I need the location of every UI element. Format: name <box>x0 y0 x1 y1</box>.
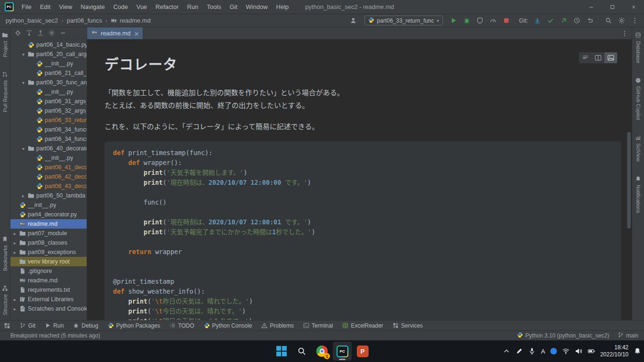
git-branch-widget[interactable]: main <box>618 332 638 339</box>
tool-stripe-project[interactable]: Project <box>2 32 8 57</box>
volume-icon[interactable] <box>575 347 582 355</box>
tool-window-terminal[interactable]: Terminal <box>298 321 338 331</box>
chevron-right-icon[interactable]: ▸ <box>12 240 17 246</box>
close-button[interactable] <box>623 0 644 14</box>
tree-file-requirements-txt[interactable]: requirements.txt <box>10 285 87 295</box>
menu-refactor[interactable]: Refactor <box>151 0 183 14</box>
tree-folder-part06-20-call-args-kwa[interactable]: ▾part06_20_call_args_kwa <box>10 49 87 59</box>
clock[interactable]: 18:42 2022/10/10 <box>600 344 628 358</box>
tree-file-init-py[interactable]: __init__.py <box>10 200 87 210</box>
push-button[interactable] <box>558 16 569 26</box>
tool-window-run[interactable]: Run <box>40 321 68 331</box>
history-button[interactable] <box>571 16 582 26</box>
tree-folder-part06-30-func-args-an[interactable]: ▾part06_30_func_args_an <box>10 78 87 87</box>
tab-readme-md[interactable]: readme.md <box>87 27 143 39</box>
tree-file-part06-34-funcs-in[interactable]: part06_34_funcs_in_ <box>10 125 87 134</box>
menu-tools[interactable]: Tools <box>202 0 225 14</box>
tool-stripe-database[interactable]: Database <box>635 32 641 63</box>
collapse-all-button[interactable] <box>37 30 44 36</box>
editor-scrollbar[interactable] <box>627 132 631 229</box>
breadcrumb-item-part06-funcs[interactable]: part06_funcs <box>67 17 102 24</box>
tool-stripe-bookmarks[interactable]: Bookmarks <box>2 236 8 271</box>
debug-button[interactable] <box>461 16 473 26</box>
search-taskbar-button[interactable] <box>292 342 311 361</box>
chevron-right-icon[interactable]: ▸ <box>12 306 17 312</box>
minimize-button[interactable] <box>580 0 602 14</box>
tool-stripe-sciview[interactable]: SciView <box>635 134 641 162</box>
python-interpreter-widget[interactable]: Python 3.10 (python_basic_sec2) <box>517 332 609 339</box>
tree-folder-part07-module[interactable]: ▸part07_module <box>10 229 87 238</box>
tool-window-debug[interactable]: Debug <box>68 321 103 331</box>
tree-folder-part08-classes[interactable]: ▸part08_classes <box>10 238 87 247</box>
tool-stripe-notifications[interactable]: Notifications <box>635 176 641 213</box>
tool-window-python-console[interactable]: Python Console <box>199 321 257 331</box>
menu-git[interactable]: Git <box>225 0 242 14</box>
more-options-button[interactable] <box>629 16 640 26</box>
chevron-up-icon[interactable] <box>503 347 510 355</box>
start-taskbar-button[interactable] <box>272 342 291 361</box>
settings-button[interactable] <box>616 16 627 26</box>
tool-window-python-packages[interactable]: Python Packages <box>103 321 165 331</box>
tool-stripe-pull-requests[interactable]: Pull Requests <box>2 71 8 112</box>
menu-window[interactable]: Window <box>242 0 272 14</box>
tree-folder-part06-50-lambda[interactable]: ▸part06_50_lambda <box>10 191 87 200</box>
chevron-right-icon[interactable]: ▸ <box>12 250 17 255</box>
tree-file-part06-41-deco-den[interactable]: part06_41_deco_den <box>10 163 87 172</box>
tree-file-init-py[interactable]: __init__.py <box>10 59 87 68</box>
commit-button[interactable] <box>545 16 556 26</box>
close-tab-icon[interactable] <box>133 31 138 36</box>
search-everywhere-button[interactable] <box>603 16 614 26</box>
tree-file-external-libraries[interactable]: ▸External Libraries <box>10 295 87 304</box>
maximize-button[interactable] <box>602 0 623 14</box>
hide-project-panel-button[interactable] <box>60 30 66 36</box>
tree-folder-venv-library-root[interactable]: venv library root <box>10 257 87 266</box>
collaborate-button[interactable] <box>348 16 359 26</box>
pen-icon[interactable] <box>515 347 523 355</box>
expand-all-button[interactable] <box>26 30 32 36</box>
chevron-right-icon[interactable]: ▸ <box>12 231 17 236</box>
rollback-button[interactable] <box>584 16 596 26</box>
stop-button[interactable] <box>501 16 512 26</box>
breadcrumb-item-python-basic-sec2[interactable]: python_basic_sec2 <box>6 17 58 24</box>
tool-stripe-structure[interactable]: Structure <box>2 285 8 315</box>
tray-app-icon[interactable] <box>550 348 557 354</box>
tree-file-init-py[interactable]: __init__.py <box>10 153 87 163</box>
menu-run[interactable]: Run <box>183 0 203 14</box>
tool-window-problems[interactable]: Problems <box>257 321 298 331</box>
mic-icon[interactable] <box>528 347 536 355</box>
tree-file-part06-14-basic-py[interactable]: part06_14_basic.py <box>10 40 87 49</box>
update-project-button[interactable] <box>531 16 543 26</box>
tool-window-switcher-icon[interactable] <box>4 322 10 329</box>
tree-file-init-py[interactable]: __init__.py <box>10 87 87 97</box>
wifi-icon[interactable] <box>562 347 570 355</box>
tree-file-scratches-and-consoles[interactable]: ▸Scratches and Consoles <box>10 304 87 313</box>
tree-file-part06-43-deco-den[interactable]: part06_43_deco_den <box>10 181 87 191</box>
show-editor-and-preview-button[interactable] <box>592 52 604 63</box>
run-with-coverage-button[interactable] <box>475 16 486 26</box>
tree-file-part06-42-deco-den[interactable]: part06_42_deco_den <box>10 172 87 181</box>
tree-file-readme-md[interactable]: readme.md <box>10 219 87 229</box>
run-button[interactable] <box>448 16 459 26</box>
ime-indicator[interactable]: A <box>541 348 545 355</box>
select-opened-file-button[interactable] <box>15 30 21 36</box>
tool-window-todo[interactable]: TODO <box>165 321 199 331</box>
tree-file-gitignore[interactable]: .gitignore <box>10 266 87 276</box>
run-config-selector[interactable]: part06_33_return_func ▾ <box>364 16 443 25</box>
tree-file-part4-decorator-py[interactable]: part4_decorator.py <box>10 210 87 219</box>
menu-edit[interactable]: Edit <box>36 0 55 14</box>
project-options-button[interactable] <box>48 30 55 36</box>
show-preview-button[interactable] <box>604 52 617 63</box>
chevron-right-icon[interactable]: ▸ <box>12 297 17 302</box>
tool-window-services[interactable]: Services <box>388 321 427 331</box>
tool-stripe-github-copilot[interactable]: GitHub Copilot <box>635 77 641 120</box>
menu-view[interactable]: View <box>55 0 76 14</box>
menu-file[interactable]: File <box>17 0 36 14</box>
tree-file-part06-34-funcs-in[interactable]: part06_34_funcs_in_ <box>10 134 87 144</box>
powerpoint-taskbar-button[interactable]: P <box>353 342 372 361</box>
menu-vue[interactable]: Vue <box>132 0 152 14</box>
tool-window-git[interactable]: Git <box>15 321 40 331</box>
tree-file-readme-md[interactable]: readme.md <box>10 276 87 285</box>
tool-window-excelreader[interactable]: ExcelReader <box>338 321 388 331</box>
show-editor-button[interactable] <box>579 52 592 63</box>
tab-options-kebab-icon[interactable] <box>621 30 628 37</box>
